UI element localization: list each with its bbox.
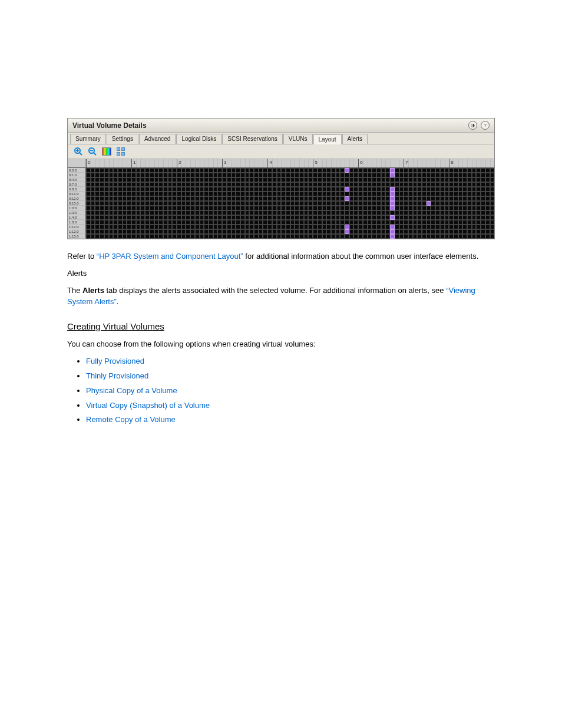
link-virtual-copy-snapshot-of-a-volume[interactable]: Virtual Copy (Snapshot) of a Volume xyxy=(86,401,210,410)
layout-toolbar xyxy=(68,144,494,159)
zoom-out-icon[interactable] xyxy=(88,147,97,156)
grid-row: 1:11:0 xyxy=(68,225,494,229)
grid-row-label: 1:3:0 xyxy=(68,210,86,215)
grid-row-label: 0:4:0 xyxy=(68,177,86,182)
grid-row-label: 1:8:0 xyxy=(68,220,86,225)
grid-row-label: 1:15:0 xyxy=(68,234,86,239)
layout-grid[interactable]: 012345678 0:0:00:1:00:4:00:7:00:8:00:11:… xyxy=(68,159,494,239)
zoom-in-icon[interactable] xyxy=(74,147,83,156)
link-system-layout[interactable]: “HP 3PAR System and Component Layout” xyxy=(97,252,243,261)
tab-vluns[interactable]: VLUNs xyxy=(283,134,313,144)
link-remote-copy-of-a-volume[interactable]: Remote Copy of a Volume xyxy=(86,415,176,424)
grid-row: 0:8:0 xyxy=(68,187,494,192)
grid-row: 1:12:0 xyxy=(68,229,494,234)
grid-row-label: 1:4:0 xyxy=(68,215,86,220)
panel-header: Virtual Volume Details ◑ ? xyxy=(68,118,494,133)
alerts-bold: Alerts xyxy=(82,286,104,295)
tab-settings[interactable]: Settings xyxy=(107,134,138,144)
grid-row: 0:15:0 xyxy=(68,201,494,206)
grid-row-label: 0:0:0 xyxy=(68,168,86,173)
grid-row-label: 1:0:0 xyxy=(68,206,86,210)
reference-paragraph: Refer to “HP 3PAR System and Component L… xyxy=(67,251,495,262)
grid-column-header: 012345678 xyxy=(68,159,494,168)
tab-bar: SummarySettingsAdvancedLogical DisksSCSI… xyxy=(68,133,494,144)
virtual-volume-details-panel: Virtual Volume Details ◑ ? SummarySettin… xyxy=(67,118,495,239)
grid-row: 1:15:0 xyxy=(68,234,494,239)
alerts-p-end: . xyxy=(117,297,119,306)
heading-creating-virtual-volumes: Creating Virtual Volumes xyxy=(67,320,495,333)
tab-alerts[interactable]: Alerts xyxy=(342,134,368,144)
alerts-p-mid: tab displays the alerts associated with … xyxy=(104,286,446,295)
vv-option-item: Fully Provisioned xyxy=(86,356,495,367)
vv-options-list: Fully ProvisionedThinly ProvisionedPhysi… xyxy=(67,356,495,426)
alerts-heading: Alerts xyxy=(67,268,495,279)
grid-rows: 0:0:00:1:00:4:00:7:00:8:00:11:00:12:00:1… xyxy=(68,168,494,239)
svg-line-1 xyxy=(80,153,82,155)
legend-icon[interactable] xyxy=(102,147,111,156)
tab-summary[interactable]: Summary xyxy=(70,134,106,144)
tab-layout[interactable]: Layout xyxy=(313,134,342,144)
vv-option-item: Remote Copy of a Volume xyxy=(86,414,495,426)
ref-pre: Refer to xyxy=(67,252,97,261)
grid-row: 1:0:0 xyxy=(68,206,494,210)
vv-intro-paragraph: You can choose from the following option… xyxy=(67,339,495,350)
grid-row-label: 0:7:0 xyxy=(68,182,86,187)
link-fully-provisioned[interactable]: Fully Provisioned xyxy=(86,357,144,365)
panel-header-icons: ◑ ? xyxy=(468,121,490,130)
grid-row-label: 1:12:0 xyxy=(68,229,86,234)
svg-line-5 xyxy=(94,153,96,155)
grid-row-label: 0:8:0 xyxy=(68,187,86,192)
link-thinly-provisioned[interactable]: Thinly Provisioned xyxy=(86,371,148,380)
tab-scsi-reservations[interactable]: SCSI Reservations xyxy=(222,134,282,144)
alerts-paragraph: The Alerts tab displays the alerts assoc… xyxy=(67,285,495,308)
alerts-heading-text: Alerts xyxy=(67,269,87,278)
vv-option-item: Thinly Provisioned xyxy=(86,371,495,382)
vv-option-item: Virtual Copy (Snapshot) of a Volume xyxy=(86,400,495,411)
grid-row-label: 0:1:0 xyxy=(68,173,86,177)
grid-row: 0:7:0 xyxy=(68,182,494,187)
vv-option-item: Physical Copy of a Volume xyxy=(86,386,495,397)
ref-post: for additional information about the com… xyxy=(243,252,479,261)
grid-row: 1:8:0 xyxy=(68,220,494,225)
tab-logical-disks[interactable]: Logical Disks xyxy=(176,134,222,144)
header-help-icon[interactable]: ? xyxy=(481,121,490,130)
grid-row-label: 1:11:0 xyxy=(68,225,86,229)
grid-row: 1:3:0 xyxy=(68,210,494,215)
alerts-p-pre: The xyxy=(67,286,82,295)
link-physical-copy-of-a-volume[interactable]: Physical Copy of a Volume xyxy=(86,386,177,395)
grid-row: 0:4:0 xyxy=(68,177,494,182)
grid-row: 1:4:0 xyxy=(68,215,494,220)
grid-row-label: 0:11:0 xyxy=(68,192,86,196)
header-icon-1[interactable]: ◑ xyxy=(468,121,477,130)
grid-row-label: 0:12:0 xyxy=(68,196,86,201)
grid-row: 0:1:0 xyxy=(68,173,494,177)
grid-row: 0:11:0 xyxy=(68,192,494,196)
document-body: Refer to “HP 3PAR System and Component L… xyxy=(67,251,495,426)
grid-row: 0:12:0 xyxy=(68,196,494,201)
grid-row: 0:0:0 xyxy=(68,168,494,173)
panel-title: Virtual Volume Details xyxy=(72,121,147,130)
grid-row-label: 0:15:0 xyxy=(68,201,86,206)
expand-icon[interactable] xyxy=(116,147,125,156)
tab-advanced[interactable]: Advanced xyxy=(139,134,176,144)
